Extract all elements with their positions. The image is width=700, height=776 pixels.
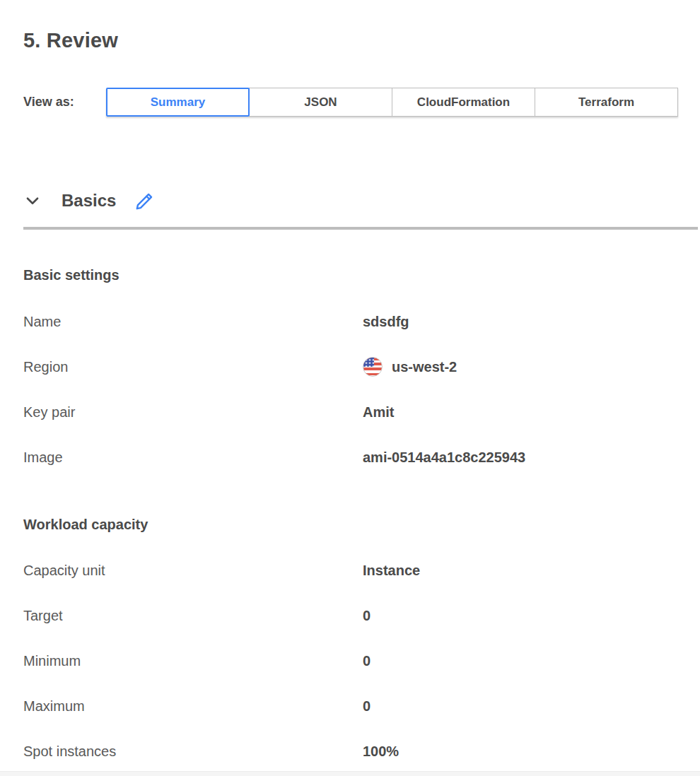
pencil-icon[interactable] [134, 191, 154, 211]
row-value: 0 [363, 698, 371, 715]
tab-terraform[interactable]: Terraform [535, 88, 678, 117]
tab-cloudformation[interactable]: CloudFormation [392, 88, 535, 117]
row-image: Image ami-0514a4a1c8c225943 [23, 435, 700, 480]
view-as-row: View as: Summary JSON CloudFormation Ter… [23, 88, 678, 117]
basic-settings-rows: Name sdsdfg Region us-west-2 Key pair Am… [23, 299, 700, 480]
workload-capacity-rows: Capacity unit Instance Target 0 Minimum … [23, 548, 700, 774]
row-target: Target 0 [23, 593, 700, 638]
group-heading-basic-settings: Basic settings [23, 266, 700, 283]
row-value: 0 [363, 653, 371, 669]
view-as-tab-group: Summary JSON CloudFormation Terraform [106, 88, 678, 117]
us-flag-icon [363, 357, 383, 377]
tab-json[interactable]: JSON [249, 88, 392, 117]
basics-section-title: Basics [62, 191, 116, 211]
row-value: 100% [363, 743, 399, 760]
row-value: Amit [363, 404, 394, 421]
row-region: Region us-west-2 [23, 344, 700, 389]
tab-summary[interactable]: Summary [106, 88, 250, 117]
row-spot-instances: Spot instances 100% [23, 729, 700, 774]
view-as-label: View as: [23, 95, 106, 110]
next-section-edge [0, 771, 700, 776]
row-value: ami-0514a4a1c8c225943 [363, 449, 525, 466]
row-capacity-unit: Capacity unit Instance [23, 548, 700, 593]
row-label: Minimum [23, 653, 363, 669]
chevron-down-icon[interactable] [23, 192, 42, 210]
summary-content: Basic settings Name sdsdfg Region us-wes… [23, 266, 700, 774]
row-label: Name [23, 314, 363, 330]
row-label: Target [23, 608, 363, 624]
row-maximum: Maximum 0 [23, 683, 700, 729]
basics-section-header: Basics [23, 185, 154, 216]
row-label: Maximum [23, 698, 363, 715]
row-value: Instance [363, 563, 420, 579]
group-heading-workload-capacity: Workload capacity [23, 516, 700, 533]
row-value: us-west-2 [363, 357, 457, 377]
row-label: Region [23, 359, 363, 375]
row-value: sdsdfg [363, 314, 409, 330]
row-label: Image [23, 449, 363, 466]
section-divider [23, 227, 698, 230]
row-key-pair: Key pair Amit [23, 389, 700, 435]
row-label: Key pair [23, 404, 363, 421]
row-name: Name sdsdfg [23, 299, 700, 344]
review-step-page: 5. Review View as: Summary JSON CloudFor… [0, 0, 700, 776]
row-value: 0 [363, 608, 371, 624]
row-label: Spot instances [23, 743, 363, 760]
region-value: us-west-2 [392, 359, 457, 375]
row-label: Capacity unit [23, 563, 363, 579]
row-minimum: Minimum 0 [23, 638, 700, 683]
page-title: 5. Review [23, 29, 118, 52]
